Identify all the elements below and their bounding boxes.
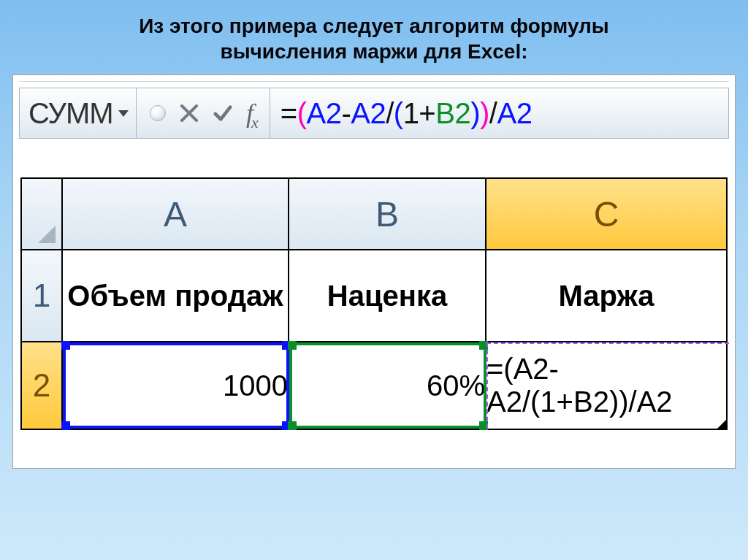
page-title: Из этого примера следует алгоритм формул… (45, 13, 703, 64)
cell-grid: A B C 1 Объем продаж Наценка Маржа 2 100… (20, 177, 728, 461)
name-box-value: СУММ (28, 97, 113, 130)
formula-input[interactable]: = ( A2 - A2 / ( 1+ B2 ) ) / A2 (270, 88, 728, 138)
title-line2: вычисления маржи для Excel: (220, 40, 527, 63)
formula-eq: = (280, 97, 297, 130)
formula-one-plus: 1+ (403, 97, 436, 130)
range-selector-icon[interactable] (150, 105, 166, 121)
title-line1: Из этого примера следует алгоритм формул… (139, 15, 609, 37)
formula-minus: - (341, 97, 351, 130)
row-header-2[interactable]: 2 (21, 342, 62, 429)
formula-ref-a2: A2 (351, 97, 386, 130)
column-header-a[interactable]: A (62, 178, 289, 250)
cell-a1[interactable]: Объем продаж (62, 250, 289, 342)
formula-inner-open: ( (394, 97, 403, 130)
cell-c1[interactable]: Маржа (486, 250, 727, 342)
formula-ref-b: B2 (435, 97, 470, 130)
formula-outer-close: ) (480, 97, 489, 130)
column-header-b[interactable]: B (289, 178, 486, 250)
select-all-corner[interactable] (21, 178, 62, 250)
row-header-1[interactable]: 1 (21, 250, 62, 342)
formula-div1: / (386, 97, 394, 130)
excel-screenshot: СУММ (12, 74, 736, 469)
name-box-dropdown-icon[interactable] (117, 107, 130, 120)
fill-handle-dogear (717, 418, 728, 429)
enter-button[interactable] (213, 96, 233, 130)
cell-b1[interactable]: Наценка (289, 250, 486, 342)
formula-ref-a1: A2 (306, 97, 341, 130)
column-header-c[interactable]: C (486, 178, 727, 250)
cancel-button[interactable] (179, 96, 199, 130)
insert-function-button[interactable]: fx (246, 98, 256, 129)
cell-c2[interactable]: =(A2-A2/(1+B2))/A2 (486, 342, 727, 429)
cell-a2[interactable]: 1000 (62, 342, 289, 429)
formula-bar-area: СУММ (19, 81, 729, 150)
formula-div2: / (489, 97, 497, 130)
formula-ref-a3: A2 (497, 97, 532, 130)
name-box[interactable]: СУММ (20, 88, 137, 138)
cell-b2[interactable]: 60% (289, 342, 486, 429)
formula-outer-open: ( (297, 97, 307, 130)
svg-marker-0 (118, 110, 129, 117)
formula-inner-close: ) (470, 97, 480, 130)
